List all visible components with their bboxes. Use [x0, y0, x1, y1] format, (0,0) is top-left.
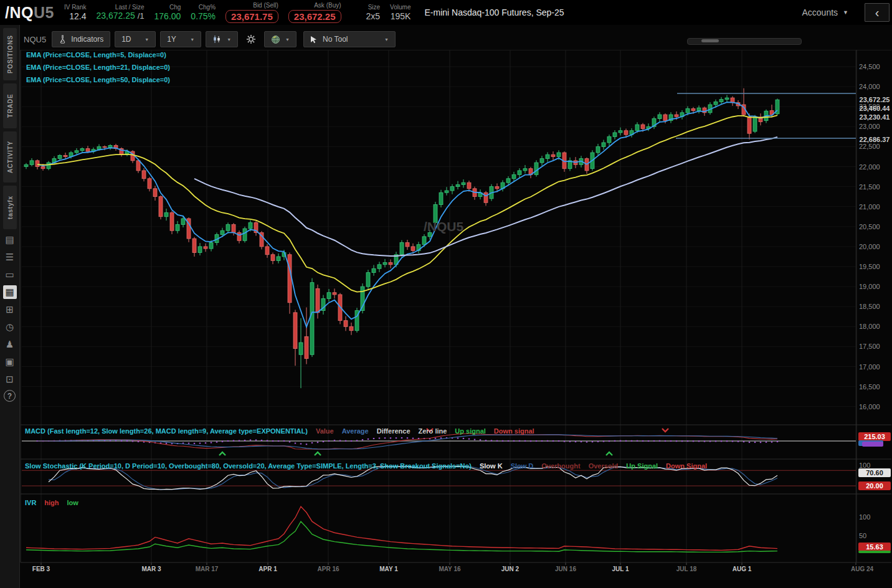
stoch-legend-item[interactable]: Slow K [480, 462, 503, 470]
macd-difference-axis-label [862, 442, 883, 447]
chart-settings-button[interactable] [242, 31, 260, 47]
stoch-legend-item[interactable]: Slow D [511, 462, 534, 470]
last-price-axis-label: 23,672.25 [858, 95, 891, 104]
macd-legend-item[interactable]: Value [316, 427, 334, 435]
stoch-legend-item[interactable]: Overbought [541, 462, 580, 470]
stoch-legend-item[interactable]: Slow Stochastic (K Period=10, D Period=1… [25, 462, 472, 470]
last-size-value: /1 [138, 11, 145, 21]
quote-header: /NQU5 IV Rank 12.4 Last / Size 23,672.25… [0, 0, 892, 25]
size-value: 2x5 [366, 11, 381, 21]
svg-text:APR 1: APR 1 [259, 566, 277, 572]
svg-text:17,000: 17,000 [859, 363, 880, 371]
chevron-down-icon: ▼ [384, 37, 389, 42]
size-field: Size 2x5 [366, 4, 381, 21]
chevron-down-icon: ▼ [843, 9, 848, 16]
candlestick-chart-icon [212, 35, 221, 44]
history-clock-icon[interactable]: ◷ [3, 320, 17, 334]
sidebar-icon-rail: ▤☰▭▦⊞◷♟▣⊡? [0, 233, 19, 402]
svg-text:19,500: 19,500 [859, 263, 880, 270]
monitor-icon[interactable]: ▭ [3, 268, 17, 282]
svg-text:21,500: 21,500 [859, 183, 880, 191]
macd-legend-item[interactable]: Zero line [419, 427, 447, 435]
study-label-ema50[interactable]: EMA (Price=CLOSE, Length=50, Displace=0) [26, 76, 170, 83]
sidebar-tab-tastyfx[interactable]: tastyfx [3, 186, 17, 229]
indicators-button[interactable]: Indicators [52, 31, 110, 47]
stoch-legend-item[interactable]: Up Signal [626, 462, 658, 470]
svg-text:22,000: 22,000 [859, 163, 880, 171]
trading-app: /NQU5 IV Rank 12.4 Last / Size 23,672.25… [0, 0, 892, 588]
accounts-dropdown[interactable]: Accounts ▼ [802, 7, 848, 17]
svg-text:APR 16: APR 16 [317, 566, 339, 572]
volume-field: Volume 195K [390, 4, 410, 21]
timeframe-dropdown[interactable]: 1D ▼ [115, 31, 156, 47]
scrollbar-thumb[interactable] [701, 39, 719, 42]
sidebar-tab-activity[interactable]: ACTIVITY [3, 131, 17, 183]
ivr-low-axis-label [858, 551, 891, 553]
svg-text:MAR 3: MAR 3 [141, 566, 161, 572]
study-label-ema21[interactable]: EMA (Price=CLOSE, Length=21, Displace=0) [26, 64, 170, 71]
svg-text:24,000: 24,000 [859, 83, 880, 90]
size-label: Size [368, 4, 380, 11]
range-dropdown[interactable]: 1Y ▼ [160, 31, 201, 47]
collapse-panel-button[interactable]: ‹ [865, 3, 890, 22]
stoch-legend-item[interactable]: Oversold [589, 462, 619, 470]
chart-toolbar: NQU5 Indicators 1D ▼ 1Y ▼ [24, 31, 396, 48]
svg-text:22,500: 22,500 [859, 143, 880, 150]
bid-button[interactable]: 23,671.75 [225, 10, 278, 23]
svg-text:23,000: 23,000 [859, 123, 880, 130]
ivr-legend-item[interactable]: low [67, 499, 78, 506]
macd-legend-item[interactable]: Difference [377, 427, 410, 435]
stoch-k-axis-label: 70.60 [858, 468, 891, 477]
stoch-legend-item[interactable]: Down Signal [666, 462, 707, 470]
media-icon[interactable]: ⊡ [3, 372, 17, 386]
chart-type-dropdown[interactable]: ▼ [206, 31, 238, 47]
apps-grid-icon[interactable]: ⊞ [3, 303, 17, 316]
chg-pct-label: Chg% [199, 4, 216, 11]
study-label-ema5[interactable]: EMA (Price=CLOSE, Length=5, Displace=0) [26, 51, 166, 59]
sidebar-tab-positions[interactable]: POSITIONS [3, 28, 17, 80]
cursor-icon [310, 36, 317, 44]
chart-canvas[interactable]: 24,50024,00023,50023,00022,50022,00021,5… [20, 50, 892, 588]
watchlist-icon[interactable]: ☰ [3, 250, 17, 264]
chevron-down-icon: ▼ [285, 37, 290, 42]
drawing-tool-dropdown[interactable]: No Tool ▼ [303, 31, 396, 47]
last-size-label: Last / Size [115, 4, 145, 11]
macd-legend[interactable]: MACD (Fast length=12, Slow length=26, MA… [25, 427, 543, 435]
ivr-legend-item[interactable]: IVR [25, 499, 36, 506]
svg-text:JUL 1: JUL 1 [612, 566, 629, 572]
chart-time-scrollbar[interactable] [687, 38, 802, 45]
accounts-label: Accounts [802, 7, 838, 17]
svg-text:JUL 18: JUL 18 [676, 566, 697, 572]
volume-value: 195K [391, 11, 411, 21]
chart-symbol-label: NQU5 [24, 35, 46, 44]
chart-icon[interactable]: ▦ [3, 285, 17, 299]
svg-text:MAY 1: MAY 1 [379, 566, 398, 572]
svg-text:FEB 3: FEB 3 [32, 566, 50, 572]
svg-text:17,500: 17,500 [859, 343, 880, 350]
session-globe-dropdown[interactable]: ▼ [264, 31, 297, 47]
macd-legend-item[interactable]: Up signal [455, 427, 486, 435]
calendar-icon[interactable]: ▣ [3, 355, 17, 369]
stoch-legend[interactable]: Slow Stochastic (K Period=10, D Period=1… [25, 462, 715, 470]
macd-legend-item[interactable]: MACD (Fast length=12, Slow length=26, MA… [25, 427, 308, 435]
svg-text:100: 100 [859, 513, 870, 521]
svg-text:20,000: 20,000 [859, 243, 880, 250]
chevron-left-icon: ‹ [875, 6, 880, 19]
ivr-legend[interactable]: IVRhighlow [25, 499, 87, 506]
chart-region[interactable]: 24,50024,00023,50023,00022,50022,00021,5… [20, 50, 892, 588]
svg-text:24,500: 24,500 [859, 63, 880, 70]
social-people-icon[interactable]: ♟ [3, 338, 17, 351]
ask-field: Ask (Buy) 23,672.25 [288, 2, 341, 23]
left-sidebar: POSITIONS TRADE ACTIVITY tastyfx ▤☰▭▦⊞◷♟… [0, 25, 20, 588]
ask-button[interactable]: 23,672.25 [288, 10, 341, 23]
svg-text:MAY 16: MAY 16 [439, 566, 460, 572]
chevron-down-icon: ▼ [190, 37, 194, 42]
macd-legend-item[interactable]: Down signal [494, 427, 534, 435]
sidebar-tab-trade[interactable]: TRADE [3, 83, 17, 128]
macd-legend-item[interactable]: Average [342, 427, 369, 435]
help-icon[interactable]: ? [4, 390, 16, 402]
news-icon[interactable]: ▤ [3, 233, 17, 247]
svg-text:AUG 1: AUG 1 [733, 566, 752, 572]
svg-text:18,000: 18,000 [859, 323, 880, 330]
ivr-legend-item[interactable]: high [44, 499, 59, 506]
